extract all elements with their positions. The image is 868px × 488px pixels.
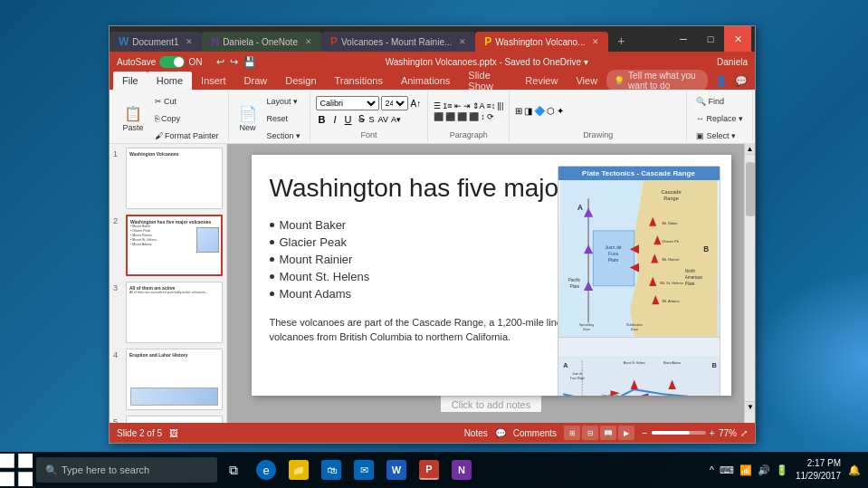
slide-info-icon[interactable]: 🖼: [169, 428, 178, 438]
close-tab-2[interactable]: ✕: [305, 37, 312, 46]
new-slide-button[interactable]: 📄 New: [234, 100, 262, 138]
autosave-toggle[interactable]: AutoSave ON: [117, 56, 202, 68]
scroll-up-button[interactable]: ▲: [745, 144, 755, 155]
slide-preview-3[interactable]: All of them are active All of them are c…: [126, 282, 223, 343]
taskbar-datetime[interactable]: 2:17 PM 11/29/2017: [796, 457, 841, 483]
numbering-button[interactable]: 1≡: [443, 101, 452, 110]
shape-outline-button[interactable]: ⬡: [547, 106, 555, 116]
tab-document1[interactable]: W Document1 ✕: [110, 32, 202, 52]
font-color-button[interactable]: A▾: [391, 115, 401, 124]
reading-view-button[interactable]: 📖: [600, 426, 616, 440]
taskbar-onenote-icon[interactable]: N: [445, 452, 478, 488]
battery-icon[interactable]: 🔋: [776, 464, 788, 476]
taskbar-mail-icon[interactable]: ✉: [348, 452, 380, 488]
strikethrough-button[interactable]: S̶: [358, 112, 366, 126]
save-icon[interactable]: 💾: [243, 56, 256, 68]
volume-icon[interactable]: 🔊: [758, 464, 770, 476]
zoom-out-button[interactable]: −: [642, 427, 647, 438]
slide-preview-5[interactable]: [126, 416, 223, 423]
shadow-button[interactable]: S: [368, 114, 376, 125]
autosave-track[interactable]: [159, 56, 185, 68]
smartart-convert-button[interactable]: ⟳: [487, 112, 494, 121]
keyboard-icon[interactable]: ⌨: [720, 464, 734, 476]
section-button[interactable]: Section ▾: [263, 128, 304, 144]
underline-button[interactable]: U: [342, 113, 355, 126]
font-size-select[interactable]: 24: [381, 96, 408, 110]
fit-slide-button[interactable]: ⤢: [740, 428, 748, 438]
text-direction-button[interactable]: ⇕A: [472, 101, 485, 110]
indent-increase-button[interactable]: ⇥: [463, 101, 471, 110]
line-spacing-button[interactable]: ↕: [481, 112, 485, 121]
align-left-button[interactable]: ⬛: [434, 112, 444, 121]
replace-button[interactable]: ↔ Replace ▾: [692, 110, 747, 127]
ribbon-tab-home[interactable]: Home: [148, 72, 192, 90]
redo-icon[interactable]: ↪: [230, 56, 238, 68]
taskbar-explorer-icon[interactable]: 📁: [282, 452, 315, 488]
tab-washington-volcanoes[interactable]: P Washington Volcano... ✕: [475, 32, 608, 52]
slide-preview-4[interactable]: Eruption and Lahar History: [126, 349, 223, 410]
vertical-scrollbar[interactable]: ▲ ▼: [744, 144, 755, 423]
close-tab-1[interactable]: ✕: [186, 37, 193, 46]
slide-sorter-button[interactable]: ⊟: [582, 426, 598, 440]
justify-button[interactable]: ⬛: [469, 112, 479, 121]
reset-button[interactable]: Reset: [263, 110, 304, 127]
action-center-icon[interactable]: 🔔: [848, 464, 861, 476]
minimize-button[interactable]: ─: [670, 26, 697, 52]
notes-bar[interactable]: Click to add notes: [441, 396, 541, 412]
bullets-button[interactable]: ☰: [434, 101, 441, 110]
new-tab-button[interactable]: +: [612, 32, 630, 50]
char-spacing-button[interactable]: AV: [378, 115, 388, 124]
share-button[interactable]: 👤: [715, 75, 728, 87]
increase-font-button[interactable]: A↑: [410, 98, 423, 110]
ribbon-tab-draw[interactable]: Draw: [235, 72, 277, 90]
slideshow-button[interactable]: ▶: [618, 426, 634, 440]
ribbon-tab-review[interactable]: Review: [516, 72, 567, 90]
comments-icon[interactable]: 💬: [735, 75, 748, 87]
align-right-button[interactable]: ⬛: [457, 112, 467, 121]
close-tab-4[interactable]: ✕: [592, 37, 599, 46]
tell-me-box[interactable]: 💡 Tell me what you want to do: [606, 70, 708, 91]
arrange-button[interactable]: ⊞: [515, 106, 522, 116]
scroll-down-button[interactable]: ▼: [745, 401, 755, 412]
ribbon-tab-transitions[interactable]: Transitions: [326, 72, 392, 90]
find-button[interactable]: 🔍 Find: [692, 93, 747, 110]
slide-preview-2[interactable]: Washington has five major volcanoes • Mo…: [126, 215, 223, 276]
edit-area[interactable]: ▲ ▼ Washington has five major volcanoes: [227, 144, 755, 423]
network-icon[interactable]: 📶: [739, 464, 752, 476]
slide-thumb-4[interactable]: 4 Eruption and Lahar History: [113, 349, 223, 410]
slide-preview-1[interactable]: Washington Volcanoes: [126, 148, 223, 209]
slide-thumb-3[interactable]: 3 All of them are active All of them are…: [113, 282, 223, 343]
taskbar-search[interactable]: 🔍 Type here to search: [36, 457, 217, 483]
align-center-button[interactable]: ⬛: [445, 112, 455, 121]
ribbon-tab-file[interactable]: File: [113, 72, 148, 90]
font-family-select[interactable]: Calibri: [316, 96, 379, 110]
columns-button[interactable]: |||: [497, 101, 503, 110]
shape-effects-button[interactable]: ✦: [557, 106, 564, 116]
notes-status-button[interactable]: Notes: [464, 428, 488, 438]
slide-panel[interactable]: 1 Washington Volcanoes 2 Washington has …: [110, 144, 227, 423]
notes-placeholder[interactable]: Click to add notes: [452, 399, 530, 410]
slide-thumb-1[interactable]: 1 Washington Volcanoes: [113, 148, 223, 209]
ribbon-tab-insert[interactable]: Insert: [192, 72, 235, 90]
align-text-button[interactable]: ≡↕: [487, 101, 496, 110]
copy-button[interactable]: ⎘ Copy: [151, 110, 223, 127]
ribbon-tab-animations[interactable]: Animations: [392, 72, 459, 90]
indent-decrease-button[interactable]: ⇤: [454, 101, 462, 110]
taskbar-word-icon[interactable]: W: [380, 452, 413, 488]
comments-status-button[interactable]: Comments: [513, 428, 557, 438]
start-button[interactable]: [0, 452, 33, 488]
quick-styles-button[interactable]: ◨: [524, 106, 532, 116]
scroll-thumb[interactable]: [746, 162, 755, 216]
taskbar-powerpoint-icon[interactable]: P: [413, 452, 445, 488]
ribbon-tab-slideshow[interactable]: Slide Show: [459, 72, 516, 90]
taskbar-edge-icon[interactable]: e: [250, 452, 282, 488]
close-window-button[interactable]: ✕: [724, 26, 751, 52]
slide-thumb-5[interactable]: 5: [113, 416, 223, 423]
slide-canvas[interactable]: Washington has five major volcanoes Moun…: [252, 155, 731, 396]
tray-arrow-icon[interactable]: ^: [710, 464, 714, 475]
slide-thumb-2[interactable]: 2 Washington has five major volcanoes • …: [113, 215, 223, 276]
undo-icon[interactable]: ↩: [216, 56, 224, 68]
zoom-in-button[interactable]: +: [710, 427, 715, 438]
tab-volcanoes-rainier[interactable]: P Volcanoes - Mount Rainie... ✕: [321, 32, 475, 52]
close-tab-3[interactable]: ✕: [459, 37, 466, 46]
